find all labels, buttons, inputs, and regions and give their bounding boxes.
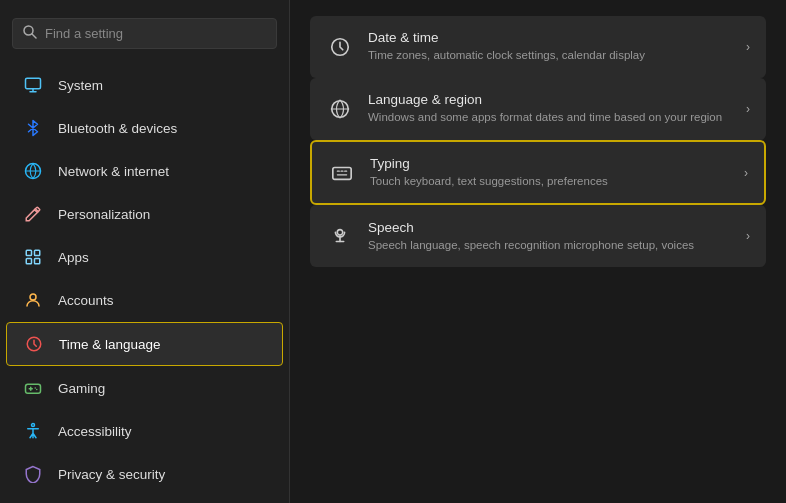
chevron-right-icon: › (746, 102, 750, 116)
sidebar-item-personalization[interactable]: Personalization (6, 193, 283, 235)
settings-item-typing[interactable]: Typing Touch keyboard, text suggestions,… (310, 140, 766, 205)
svg-rect-19 (333, 167, 351, 179)
svg-rect-7 (35, 250, 40, 255)
svg-rect-9 (35, 259, 40, 264)
search-input[interactable] (45, 26, 266, 41)
speech-main-icon (326, 222, 354, 250)
svg-rect-6 (26, 250, 31, 255)
search-icon (23, 25, 37, 42)
sidebar-item-time[interactable]: Time & language (6, 322, 283, 366)
apps-icon (22, 246, 44, 268)
typing-main-icon (328, 159, 356, 187)
nav-item-label: Bluetooth & devices (58, 121, 177, 136)
accessibility-icon (22, 420, 44, 442)
settings-item-desc: Touch keyboard, text suggestions, prefer… (370, 173, 730, 189)
nav-item-label: Accounts (58, 293, 114, 308)
settings-list: Date & time Time zones, automatic clock … (310, 16, 766, 267)
nav-item-label: Network & internet (58, 164, 169, 179)
sidebar-item-network[interactable]: Network & internet (6, 150, 283, 192)
network-icon (22, 160, 44, 182)
settings-item-language[interactable]: Language & region Windows and some apps … (310, 78, 766, 140)
svg-point-13 (35, 387, 37, 389)
settings-item-desc: Speech language, speech recognition micr… (368, 237, 732, 253)
nav-item-label: Gaming (58, 381, 105, 396)
search-box[interactable] (12, 18, 277, 49)
bluetooth-icon (22, 117, 44, 139)
sidebar-item-accounts[interactable]: Accounts (6, 279, 283, 321)
nav-item-label: Personalization (58, 207, 150, 222)
nav-item-label: Apps (58, 250, 89, 265)
svg-point-14 (36, 389, 38, 391)
svg-line-1 (32, 34, 36, 38)
settings-item-desc: Time zones, automatic clock settings, ca… (368, 47, 732, 63)
nav-list: System Bluetooth & devices Network & int… (0, 63, 289, 503)
settings-item-datetime[interactable]: Date & time Time zones, automatic clock … (310, 16, 766, 78)
sidebar-item-accessibility[interactable]: Accessibility (6, 410, 283, 452)
settings-item-title: Speech (368, 220, 732, 235)
language-main-icon (326, 95, 354, 123)
settings-item-speech[interactable]: Speech Speech language, speech recogniti… (310, 205, 766, 267)
sidebar-item-privacy[interactable]: Privacy & security (6, 453, 283, 495)
svg-rect-2 (26, 78, 41, 89)
personalization-icon (22, 203, 44, 225)
svg-point-20 (337, 230, 343, 236)
accounts-icon (22, 289, 44, 311)
chevron-right-icon: › (744, 166, 748, 180)
nav-item-label: Time & language (59, 337, 161, 352)
svg-rect-8 (26, 259, 31, 264)
gaming-icon (22, 377, 44, 399)
privacy-icon (22, 463, 44, 485)
system-icon (22, 74, 44, 96)
svg-point-15 (32, 424, 35, 427)
sidebar: System Bluetooth & devices Network & int… (0, 0, 290, 503)
sidebar-item-bluetooth[interactable]: Bluetooth & devices (6, 107, 283, 149)
chevron-right-icon: › (746, 40, 750, 54)
sidebar-item-apps[interactable]: Apps (6, 236, 283, 278)
nav-item-label: Privacy & security (58, 467, 165, 482)
nav-item-label: Accessibility (58, 424, 132, 439)
svg-point-10 (30, 294, 36, 300)
sidebar-item-gaming[interactable]: Gaming (6, 367, 283, 409)
sidebar-item-system[interactable]: System (6, 64, 283, 106)
settings-item-desc: Windows and some apps format dates and t… (368, 109, 732, 125)
chevron-right-icon: › (746, 229, 750, 243)
settings-item-title: Date & time (368, 30, 732, 45)
datetime-main-icon (326, 33, 354, 61)
nav-item-label: System (58, 78, 103, 93)
settings-item-title: Language & region (368, 92, 732, 107)
settings-item-title: Typing (370, 156, 730, 171)
main-content: Date & time Time zones, automatic clock … (290, 0, 786, 503)
time-icon (23, 333, 45, 355)
sidebar-item-update[interactable]: Windows Update (6, 496, 283, 503)
